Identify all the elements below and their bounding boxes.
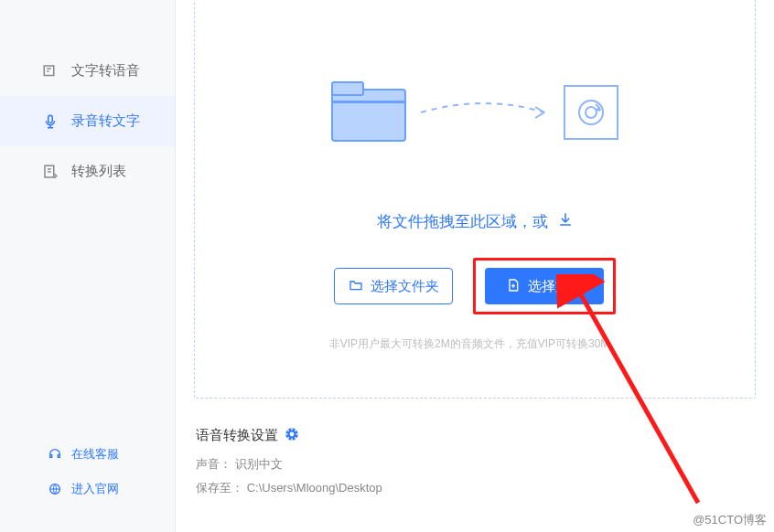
settings-save-value: C:\Users\Mloong\Desktop: [247, 481, 382, 495]
settings-title: 语音转换设置: [196, 426, 756, 445]
list-icon: [42, 164, 59, 180]
headset-icon: [48, 447, 62, 462]
select-folder-button[interactable]: 选择文件夹: [334, 268, 453, 304]
select-file-button[interactable]: 选择文件: [485, 268, 604, 304]
svg-rect-7: [564, 86, 618, 139]
svg-point-11: [290, 432, 295, 437]
settings-gear-icon[interactable]: [284, 426, 300, 445]
folder-outline-icon: [349, 278, 363, 295]
download-arrow-icon: [557, 211, 574, 232]
service-online-support[interactable]: 在线客服: [0, 437, 175, 472]
svg-rect-1: [48, 115, 53, 122]
drop-hint: 将文件拖拽至此区域，或: [195, 211, 755, 232]
tts-icon: [42, 63, 59, 80]
settings-save-label: 保存至：: [196, 481, 243, 495]
sidebar-item-label: 录音转文字: [71, 112, 140, 130]
service-label: 在线客服: [71, 446, 119, 463]
sidebar: 文字转语音 录音转文字 转换列表 在线客服: [0, 0, 176, 532]
select-folder-label: 选择文件夹: [371, 278, 439, 295]
sidebar-item-label: 转换列表: [71, 163, 126, 180]
service-label: 进入官网: [71, 481, 119, 497]
svg-rect-5: [332, 82, 363, 95]
drop-hint-text: 将文件拖拽至此区域，或: [377, 211, 548, 232]
highlight-box: 选择文件: [473, 258, 616, 314]
drop-illustration: [195, 69, 755, 156]
sidebar-item-tts[interactable]: 文字转语音: [0, 46, 175, 96]
service-official-site[interactable]: 进入官网: [0, 472, 175, 506]
folder-icon: [330, 80, 407, 144]
main-area: 将文件拖拽至此区域，或 选择文件夹 选择: [176, 0, 774, 532]
sidebar-item-label: 文字转语音: [71, 62, 140, 80]
vip-tip: 非VIP用户最大可转换2M的音频文件，充值VIP可转换30M。: [195, 336, 755, 352]
file-add-icon: [506, 278, 521, 295]
settings-sound-label: 声音：: [196, 457, 231, 471]
stt-icon: [42, 113, 59, 130]
svg-rect-6: [332, 101, 405, 103]
globe-icon: [48, 482, 62, 496]
svg-rect-4: [332, 90, 405, 141]
settings-sound-row: 声音： 识别中文: [196, 456, 756, 473]
svg-point-8: [579, 101, 603, 124]
settings-sound-value: 识别中文: [235, 457, 283, 471]
watermark: @51CTO博客: [693, 512, 767, 528]
svg-point-9: [586, 107, 597, 118]
sidebar-item-list[interactable]: 转换列表: [0, 146, 175, 197]
settings-section: 语音转换设置 声音： 识别中文 保存至： C:\Users\Mloong\Des…: [194, 426, 756, 496]
settings-save-row: 保存至： C:\Users\Mloong\Desktop: [196, 480, 756, 496]
drop-zone[interactable]: 将文件拖拽至此区域，或 选择文件夹 选择: [194, 0, 756, 399]
select-file-label: 选择文件: [528, 278, 583, 295]
dashed-arrow-icon: [416, 90, 554, 135]
sidebar-item-stt[interactable]: 录音转文字: [0, 96, 175, 146]
target-icon: [563, 84, 619, 141]
